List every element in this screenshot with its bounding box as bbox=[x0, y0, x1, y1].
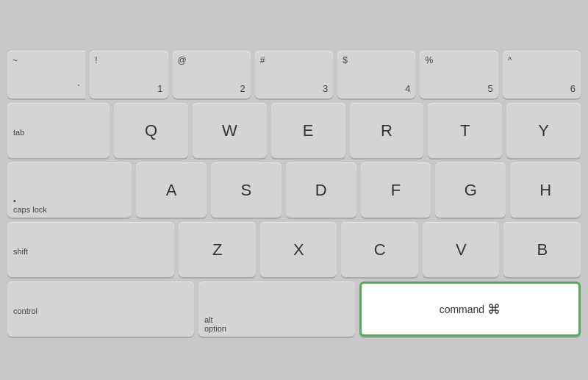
command-text: command bbox=[440, 304, 484, 315]
control-label: control bbox=[13, 306, 37, 316]
key-command[interactable]: command ⌘ bbox=[359, 282, 581, 337]
key-letter: D bbox=[315, 181, 327, 200]
key-bottom-char: 4 bbox=[405, 83, 410, 94]
key-e[interactable]: E bbox=[271, 103, 345, 158]
key-capslock[interactable]: • caps lock bbox=[7, 162, 132, 218]
key-top-char: $ bbox=[343, 55, 348, 65]
key-t[interactable]: T bbox=[428, 103, 502, 158]
key-bottom-char: 3 bbox=[323, 83, 328, 94]
capslock-label: caps lock bbox=[13, 205, 47, 214]
key-top-char: @ bbox=[178, 55, 187, 65]
key-bottom-char: 5 bbox=[487, 83, 492, 94]
number-row: ~ ` ! 1 @ 2 # 3 $ 4 % 5 ^ 6 bbox=[7, 51, 581, 98]
command-symbol: ⌘ bbox=[487, 301, 501, 318]
key-letter: S bbox=[241, 181, 252, 200]
key-b[interactable]: B bbox=[503, 222, 581, 277]
key-a[interactable]: A bbox=[136, 162, 207, 218]
key-6[interactable]: ^ 6 bbox=[503, 51, 581, 98]
key-bottom-char: 6 bbox=[570, 83, 576, 94]
key-f[interactable]: F bbox=[361, 162, 431, 218]
key-z[interactable]: Z bbox=[179, 222, 256, 277]
key-tilde[interactable]: ~ ` bbox=[7, 51, 85, 98]
option-label: option bbox=[204, 324, 226, 333]
key-d[interactable]: D bbox=[286, 162, 356, 218]
key-1[interactable]: ! 1 bbox=[90, 51, 168, 98]
key-s[interactable]: S bbox=[211, 162, 282, 218]
bottom-row: control alt option command ⌘ bbox=[7, 282, 581, 337]
zxcv-row: shift Z X C V B bbox=[7, 222, 581, 277]
alt-label: alt bbox=[204, 315, 213, 324]
key-letter: C bbox=[374, 240, 386, 259]
key-letter: T bbox=[460, 121, 470, 140]
key-letter: X bbox=[293, 240, 304, 259]
key-x[interactable]: X bbox=[260, 222, 337, 277]
key-v[interactable]: V bbox=[423, 222, 500, 277]
key-top-char: ! bbox=[95, 55, 97, 65]
key-letter: W bbox=[222, 121, 237, 140]
key-tab[interactable]: tab bbox=[7, 103, 110, 158]
key-letter: G bbox=[465, 181, 477, 200]
key-letter: R bbox=[381, 121, 392, 140]
asdf-row: • caps lock A S D F G H bbox=[7, 162, 581, 218]
key-letter: Y bbox=[538, 121, 549, 140]
key-3[interactable]: # 3 bbox=[255, 51, 333, 98]
key-letter: F bbox=[391, 181, 401, 200]
qwerty-row: tab Q W E R T Y bbox=[7, 103, 581, 158]
command-label-group: command ⌘ bbox=[440, 301, 501, 318]
key-shift[interactable]: shift bbox=[7, 222, 174, 277]
key-2[interactable]: @ 2 bbox=[173, 51, 251, 98]
shift-label: shift bbox=[13, 246, 28, 257]
key-5[interactable]: % 5 bbox=[420, 51, 498, 98]
key-letter: E bbox=[303, 121, 314, 140]
key-label: tab bbox=[13, 127, 24, 137]
key-4[interactable]: $ 4 bbox=[337, 51, 415, 98]
key-w[interactable]: W bbox=[193, 103, 267, 158]
key-top-char: ~ bbox=[12, 55, 18, 65]
key-y[interactable]: Y bbox=[506, 103, 581, 158]
key-letter: H bbox=[539, 181, 551, 200]
key-c[interactable]: C bbox=[341, 222, 418, 277]
key-top-char: # bbox=[260, 55, 265, 65]
key-letter: Q bbox=[145, 121, 157, 140]
key-letter: A bbox=[166, 181, 177, 200]
key-bottom-char: 2 bbox=[240, 83, 245, 94]
key-letter: Z bbox=[212, 240, 222, 259]
key-control[interactable]: control bbox=[7, 282, 194, 337]
key-g[interactable]: G bbox=[435, 162, 506, 218]
key-bottom-char: ` bbox=[77, 83, 80, 94]
key-top-char: ^ bbox=[508, 55, 512, 65]
key-top-char: % bbox=[425, 55, 433, 65]
key-q[interactable]: Q bbox=[114, 103, 188, 158]
key-r[interactable]: R bbox=[350, 103, 424, 158]
key-option[interactable]: alt option bbox=[198, 282, 355, 337]
keyboard: ~ ` ! 1 @ 2 # 3 $ 4 % 5 ^ 6 tab bbox=[7, 51, 581, 337]
key-bottom-char: 1 bbox=[157, 83, 162, 94]
key-letter: B bbox=[537, 240, 548, 259]
capslock-dot: • bbox=[13, 196, 16, 205]
key-h[interactable]: H bbox=[510, 162, 581, 218]
key-letter: V bbox=[456, 240, 467, 259]
